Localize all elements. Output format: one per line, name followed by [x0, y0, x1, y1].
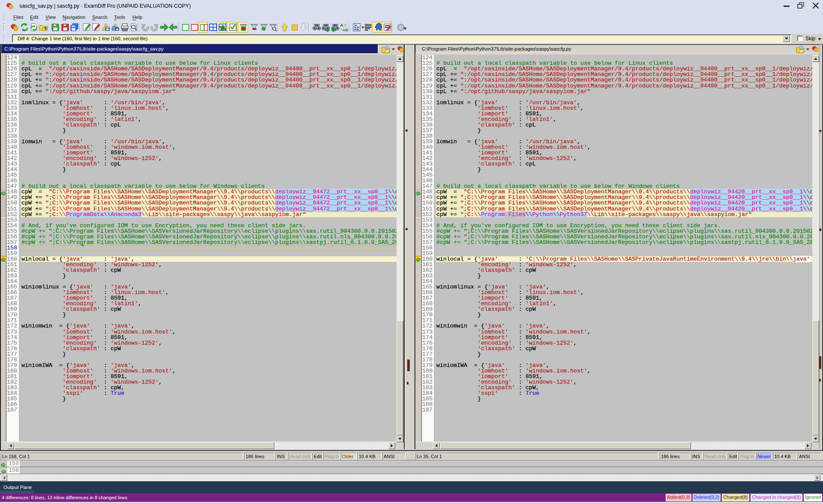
- svg-text:B: B: [344, 23, 347, 27]
- svg-text:AB: AB: [342, 28, 348, 32]
- svg-text:A: A: [340, 23, 343, 27]
